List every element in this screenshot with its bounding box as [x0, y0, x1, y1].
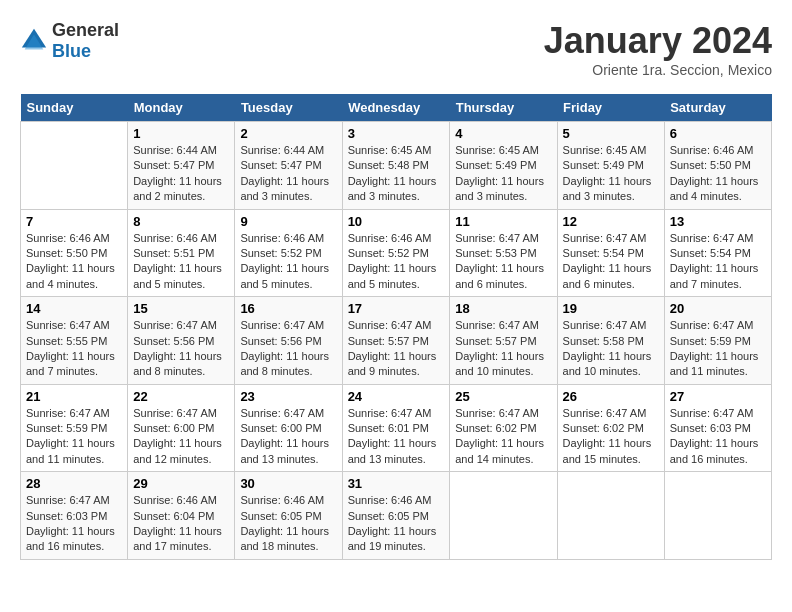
day-number: 9: [240, 214, 336, 229]
calendar-cell: 7Sunrise: 6:46 AM Sunset: 5:50 PM Daylig…: [21, 209, 128, 297]
calendar-week-3: 14Sunrise: 6:47 AM Sunset: 5:55 PM Dayli…: [21, 297, 772, 385]
day-number: 13: [670, 214, 766, 229]
logo-icon: [20, 27, 48, 55]
day-number: 21: [26, 389, 122, 404]
day-info: Sunrise: 6:46 AM Sunset: 5:52 PM Dayligh…: [240, 231, 336, 293]
day-number: 11: [455, 214, 551, 229]
day-info: Sunrise: 6:47 AM Sunset: 5:56 PM Dayligh…: [240, 318, 336, 380]
day-info: Sunrise: 6:47 AM Sunset: 5:57 PM Dayligh…: [455, 318, 551, 380]
calendar-header: SundayMondayTuesdayWednesdayThursdayFrid…: [21, 94, 772, 122]
day-info: Sunrise: 6:46 AM Sunset: 5:51 PM Dayligh…: [133, 231, 229, 293]
day-number: 4: [455, 126, 551, 141]
location-subtitle: Oriente 1ra. Seccion, Mexico: [544, 62, 772, 78]
day-info: Sunrise: 6:46 AM Sunset: 5:52 PM Dayligh…: [348, 231, 445, 293]
calendar-cell: 21Sunrise: 6:47 AM Sunset: 5:59 PM Dayli…: [21, 384, 128, 472]
day-number: 22: [133, 389, 229, 404]
day-info: Sunrise: 6:47 AM Sunset: 6:02 PM Dayligh…: [563, 406, 659, 468]
day-info: Sunrise: 6:45 AM Sunset: 5:49 PM Dayligh…: [455, 143, 551, 205]
calendar-cell: 20Sunrise: 6:47 AM Sunset: 5:59 PM Dayli…: [664, 297, 771, 385]
calendar-cell: 25Sunrise: 6:47 AM Sunset: 6:02 PM Dayli…: [450, 384, 557, 472]
calendar-week-5: 28Sunrise: 6:47 AM Sunset: 6:03 PM Dayli…: [21, 472, 772, 560]
day-info: Sunrise: 6:46 AM Sunset: 6:04 PM Dayligh…: [133, 493, 229, 555]
calendar-cell: 13Sunrise: 6:47 AM Sunset: 5:54 PM Dayli…: [664, 209, 771, 297]
header-row: SundayMondayTuesdayWednesdayThursdayFrid…: [21, 94, 772, 122]
day-info: Sunrise: 6:46 AM Sunset: 6:05 PM Dayligh…: [348, 493, 445, 555]
day-info: Sunrise: 6:47 AM Sunset: 6:03 PM Dayligh…: [26, 493, 122, 555]
logo-blue: Blue: [52, 41, 91, 61]
day-number: 25: [455, 389, 551, 404]
day-info: Sunrise: 6:47 AM Sunset: 5:59 PM Dayligh…: [670, 318, 766, 380]
calendar-cell: 28Sunrise: 6:47 AM Sunset: 6:03 PM Dayli…: [21, 472, 128, 560]
header-day-thursday: Thursday: [450, 94, 557, 122]
calendar-cell: 1Sunrise: 6:44 AM Sunset: 5:47 PM Daylig…: [128, 122, 235, 210]
day-info: Sunrise: 6:47 AM Sunset: 6:03 PM Dayligh…: [670, 406, 766, 468]
calendar-cell: 11Sunrise: 6:47 AM Sunset: 5:53 PM Dayli…: [450, 209, 557, 297]
calendar-cell: 31Sunrise: 6:46 AM Sunset: 6:05 PM Dayli…: [342, 472, 450, 560]
calendar-cell: 3Sunrise: 6:45 AM Sunset: 5:48 PM Daylig…: [342, 122, 450, 210]
day-info: Sunrise: 6:47 AM Sunset: 6:01 PM Dayligh…: [348, 406, 445, 468]
calendar-cell: 4Sunrise: 6:45 AM Sunset: 5:49 PM Daylig…: [450, 122, 557, 210]
calendar-cell: 27Sunrise: 6:47 AM Sunset: 6:03 PM Dayli…: [664, 384, 771, 472]
logo: General Blue: [20, 20, 119, 62]
page-header: General Blue January 2024 Oriente 1ra. S…: [20, 20, 772, 78]
calendar-cell: 2Sunrise: 6:44 AM Sunset: 5:47 PM Daylig…: [235, 122, 342, 210]
day-number: 7: [26, 214, 122, 229]
calendar-table: SundayMondayTuesdayWednesdayThursdayFrid…: [20, 94, 772, 560]
day-info: Sunrise: 6:45 AM Sunset: 5:49 PM Dayligh…: [563, 143, 659, 205]
day-number: 31: [348, 476, 445, 491]
day-info: Sunrise: 6:47 AM Sunset: 6:02 PM Dayligh…: [455, 406, 551, 468]
day-info: Sunrise: 6:47 AM Sunset: 5:57 PM Dayligh…: [348, 318, 445, 380]
calendar-cell: 19Sunrise: 6:47 AM Sunset: 5:58 PM Dayli…: [557, 297, 664, 385]
calendar-cell: 22Sunrise: 6:47 AM Sunset: 6:00 PM Dayli…: [128, 384, 235, 472]
day-number: 27: [670, 389, 766, 404]
calendar-cell: [21, 122, 128, 210]
day-info: Sunrise: 6:46 AM Sunset: 6:05 PM Dayligh…: [240, 493, 336, 555]
calendar-cell: 29Sunrise: 6:46 AM Sunset: 6:04 PM Dayli…: [128, 472, 235, 560]
calendar-week-1: 1Sunrise: 6:44 AM Sunset: 5:47 PM Daylig…: [21, 122, 772, 210]
logo-general: General: [52, 20, 119, 40]
calendar-cell: 14Sunrise: 6:47 AM Sunset: 5:55 PM Dayli…: [21, 297, 128, 385]
day-number: 14: [26, 301, 122, 316]
day-info: Sunrise: 6:47 AM Sunset: 5:56 PM Dayligh…: [133, 318, 229, 380]
calendar-cell: [664, 472, 771, 560]
calendar-cell: 12Sunrise: 6:47 AM Sunset: 5:54 PM Dayli…: [557, 209, 664, 297]
day-info: Sunrise: 6:47 AM Sunset: 6:00 PM Dayligh…: [240, 406, 336, 468]
day-number: 24: [348, 389, 445, 404]
day-number: 20: [670, 301, 766, 316]
day-info: Sunrise: 6:47 AM Sunset: 5:55 PM Dayligh…: [26, 318, 122, 380]
day-number: 10: [348, 214, 445, 229]
header-day-tuesday: Tuesday: [235, 94, 342, 122]
calendar-cell: 8Sunrise: 6:46 AM Sunset: 5:51 PM Daylig…: [128, 209, 235, 297]
day-info: Sunrise: 6:47 AM Sunset: 5:53 PM Dayligh…: [455, 231, 551, 293]
calendar-cell: 24Sunrise: 6:47 AM Sunset: 6:01 PM Dayli…: [342, 384, 450, 472]
day-info: Sunrise: 6:47 AM Sunset: 5:54 PM Dayligh…: [670, 231, 766, 293]
calendar-week-4: 21Sunrise: 6:47 AM Sunset: 5:59 PM Dayli…: [21, 384, 772, 472]
day-number: 19: [563, 301, 659, 316]
day-number: 29: [133, 476, 229, 491]
day-number: 23: [240, 389, 336, 404]
day-info: Sunrise: 6:47 AM Sunset: 5:54 PM Dayligh…: [563, 231, 659, 293]
day-info: Sunrise: 6:44 AM Sunset: 5:47 PM Dayligh…: [133, 143, 229, 205]
header-day-wednesday: Wednesday: [342, 94, 450, 122]
day-number: 30: [240, 476, 336, 491]
day-number: 28: [26, 476, 122, 491]
day-info: Sunrise: 6:46 AM Sunset: 5:50 PM Dayligh…: [26, 231, 122, 293]
calendar-cell: 17Sunrise: 6:47 AM Sunset: 5:57 PM Dayli…: [342, 297, 450, 385]
day-info: Sunrise: 6:47 AM Sunset: 5:59 PM Dayligh…: [26, 406, 122, 468]
header-day-monday: Monday: [128, 94, 235, 122]
calendar-cell: 10Sunrise: 6:46 AM Sunset: 5:52 PM Dayli…: [342, 209, 450, 297]
day-number: 17: [348, 301, 445, 316]
calendar-cell: 15Sunrise: 6:47 AM Sunset: 5:56 PM Dayli…: [128, 297, 235, 385]
day-info: Sunrise: 6:47 AM Sunset: 5:58 PM Dayligh…: [563, 318, 659, 380]
day-number: 6: [670, 126, 766, 141]
calendar-cell: 16Sunrise: 6:47 AM Sunset: 5:56 PM Dayli…: [235, 297, 342, 385]
day-number: 5: [563, 126, 659, 141]
day-number: 12: [563, 214, 659, 229]
day-info: Sunrise: 6:45 AM Sunset: 5:48 PM Dayligh…: [348, 143, 445, 205]
header-day-friday: Friday: [557, 94, 664, 122]
calendar-cell: [557, 472, 664, 560]
day-info: Sunrise: 6:46 AM Sunset: 5:50 PM Dayligh…: [670, 143, 766, 205]
day-number: 2: [240, 126, 336, 141]
day-number: 16: [240, 301, 336, 316]
day-number: 15: [133, 301, 229, 316]
